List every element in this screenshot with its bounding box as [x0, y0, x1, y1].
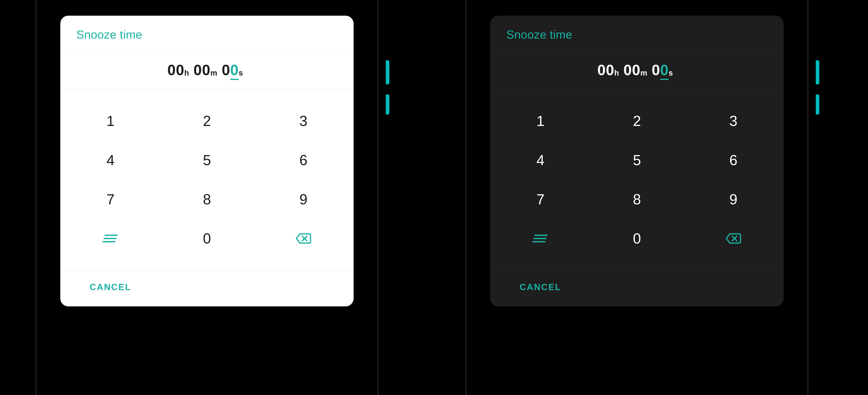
key-5[interactable]: 5 — [187, 145, 227, 175]
key-3[interactable]: 3 — [713, 106, 753, 136]
key-5[interactable]: 5 — [617, 145, 657, 175]
key-4[interactable]: 4 — [520, 145, 561, 175]
key-0[interactable]: 0 — [617, 223, 657, 253]
time-display[interactable]: 00h 00m 00s — [60, 52, 353, 90]
swap-icon[interactable] — [520, 223, 561, 253]
seconds-unit: s — [239, 69, 243, 77]
key-0[interactable]: 0 — [187, 223, 227, 253]
device-screen: Snooze time 00h 00m 00s 1 2 3 — [474, 0, 800, 395]
device-screen: Snooze time 00h 00m 00s 1 2 3 — [44, 0, 370, 395]
key-8[interactable]: 8 — [187, 184, 227, 214]
dialog-actions: CANCEL — [60, 272, 353, 306]
seconds-ones: 0 — [230, 62, 239, 80]
minutes-unit: m — [210, 69, 217, 77]
backspace-icon[interactable] — [713, 223, 753, 253]
key-3[interactable]: 3 — [283, 106, 323, 136]
key-7[interactable]: 7 — [90, 184, 131, 214]
dialog-actions: CANCEL — [490, 272, 784, 306]
device-frame: Snooze time 00h 00m 00s 1 2 3 — [458, 0, 816, 395]
cancel-button[interactable]: CANCEL — [518, 282, 562, 292]
seconds-tens: 0 — [222, 62, 230, 78]
hours-unit: h — [184, 69, 189, 77]
key-2[interactable]: 2 — [617, 106, 657, 136]
snooze-time-dialog: Snooze time 00h 00m 00s 1 2 3 — [60, 16, 353, 306]
swap-icon[interactable] — [90, 223, 131, 253]
numeric-keypad: 1 2 3 4 5 6 7 8 9 — [60, 90, 353, 272]
seconds-tens: 0 — [652, 62, 660, 78]
dialog-title: Snooze time — [60, 16, 353, 51]
key-6[interactable]: 6 — [713, 145, 753, 175]
device-frame: Snooze time 00h 00m 00s 1 2 3 — [28, 0, 386, 395]
phone-dark: Snooze time 00h 00m 00s 1 2 3 — [458, 0, 816, 395]
key-1[interactable]: 1 — [520, 106, 561, 136]
key-7[interactable]: 7 — [520, 184, 561, 214]
time-display[interactable]: 00h 00m 00s — [490, 52, 784, 90]
hours-value: 00 — [167, 62, 184, 78]
key-8[interactable]: 8 — [617, 184, 657, 214]
key-9[interactable]: 9 — [283, 184, 323, 214]
key-1[interactable]: 1 — [90, 106, 131, 136]
backspace-icon[interactable] — [283, 223, 323, 253]
seconds-unit: s — [669, 69, 673, 77]
hours-unit: h — [614, 69, 619, 77]
key-2[interactable]: 2 — [187, 106, 227, 136]
minutes-unit: m — [640, 69, 647, 77]
dialog-title: Snooze time — [490, 16, 784, 51]
key-4[interactable]: 4 — [90, 145, 131, 175]
key-6[interactable]: 6 — [283, 145, 323, 175]
seconds-ones: 0 — [660, 62, 669, 80]
key-9[interactable]: 9 — [713, 184, 753, 214]
hours-value: 00 — [597, 62, 614, 78]
phone-light: Snooze time 00h 00m 00s 1 2 3 — [28, 0, 386, 395]
minutes-value: 00 — [623, 62, 640, 78]
minutes-value: 00 — [193, 62, 210, 78]
cancel-button[interactable]: CANCEL — [88, 282, 132, 292]
numeric-keypad: 1 2 3 4 5 6 7 8 9 — [490, 90, 784, 272]
snooze-time-dialog: Snooze time 00h 00m 00s 1 2 3 — [490, 16, 784, 306]
